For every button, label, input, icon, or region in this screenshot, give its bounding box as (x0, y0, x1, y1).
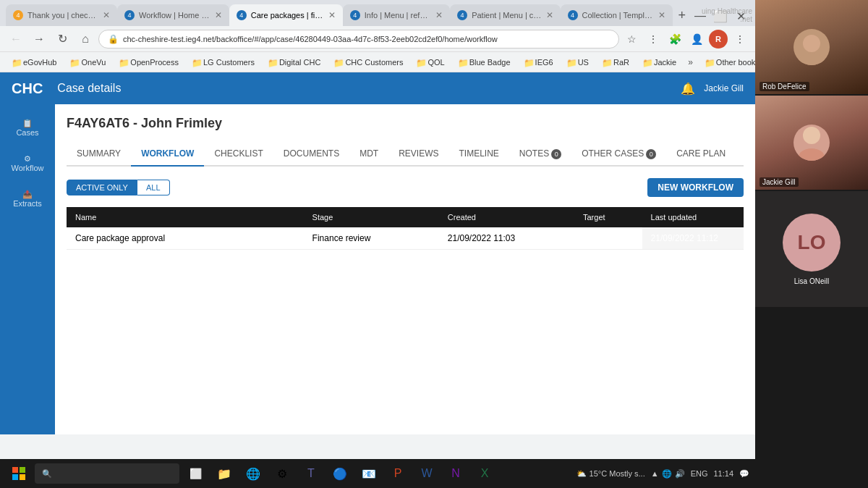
browser-tab-5[interactable]: 4 Patient | Menu | cy... ✕ (450, 4, 560, 26)
tab-other-cases[interactable]: OTHER CASES0 (571, 143, 666, 167)
bookmark-jackie[interactable]: 📁 Jackie (637, 56, 682, 68)
tab-title-5: Patient | Menu | cy... (472, 11, 541, 20)
browser-tab-3[interactable]: 4 Care packages | fin... ✕ (229, 4, 343, 26)
filter-all-button[interactable]: ALL (137, 180, 170, 195)
bookmark-other[interactable]: 📁 Other bookmarks (699, 56, 755, 68)
case-title: F4AY6AT6 - John Frimley (67, 116, 744, 131)
tab-title-3: Care packages | fin... (251, 11, 324, 20)
bookmark-openprocess[interactable]: 📁 OpenProcess (113, 56, 184, 68)
tab-documents[interactable]: DOCUMENTS (273, 143, 349, 167)
bookmark-egovhub[interactable]: 📁 eGovHub (6, 56, 62, 68)
tab-mdt[interactable]: MDT (349, 143, 388, 167)
language-indicator: ENG (691, 469, 708, 478)
taskbar-edge[interactable]: 🌐 (240, 460, 266, 487)
taskbar-chrome[interactable]: 🔵 (327, 460, 353, 487)
back-button[interactable]: ← (6, 29, 26, 49)
tab-bar: 4 Thank you | checkl... ✕ 4 Workflow | H… (0, 0, 755, 26)
volume-icon[interactable]: 🔊 (675, 469, 685, 479)
tab-notes[interactable]: NOTES0 (509, 143, 571, 167)
taskbar-search-box[interactable]: 🔍 (35, 463, 179, 484)
tab-close-5[interactable]: ✕ (546, 10, 553, 20)
tab-reviews[interactable]: REVIEWS (388, 143, 448, 167)
weather-text: 15°C Mostly s... (590, 469, 645, 478)
app-sidebar: 📋 Cases ⚙ Workflow 📤 Extracts (0, 104, 55, 434)
tab-close-1[interactable]: ✕ (103, 10, 110, 20)
app-header-title: Case details (57, 82, 121, 95)
network-icon[interactable]: 🌐 (662, 469, 672, 479)
outlook-icon: 📧 (362, 467, 376, 481)
sidebar-item-cases[interactable]: 📋 Cases (0, 110, 55, 146)
taskbar-settings[interactable]: ⚙ (269, 460, 295, 487)
bookmarks-more-button[interactable]: » (684, 56, 697, 69)
bookmark-rar[interactable]: 📁 RaR (596, 56, 635, 68)
up-arrow-icon[interactable]: ▲ (651, 469, 659, 478)
notification-bell-icon[interactable]: 🔔 (681, 82, 695, 96)
extracts-icon: 📤 (6, 190, 49, 199)
bookmark-qol[interactable]: 📁 QOL (410, 56, 450, 68)
settings-taskbar-icon: ⚙ (277, 467, 287, 481)
tab-close-4[interactable]: ✕ (435, 10, 443, 20)
tab-close-6[interactable]: ✕ (658, 10, 665, 20)
bookmark-chc-customers[interactable]: 📁 CHC Customers (328, 56, 409, 68)
tab-close-2[interactable]: ✕ (215, 10, 222, 20)
taskbar-powerpoint[interactable]: P (385, 460, 411, 487)
taskbar-teams[interactable]: T (298, 460, 324, 487)
sidebar-item-workflow[interactable]: ⚙ Workflow (0, 146, 55, 181)
weather-widget[interactable]: ⛅ 15°C Mostly s... (576, 469, 645, 479)
taskbar-word[interactable]: W (414, 460, 440, 487)
tab-workflow[interactable]: WORKFLOW (131, 143, 204, 167)
tab-favicon-5: 4 (457, 10, 467, 20)
bookmark-blue-badge[interactable]: 📁 Blue Badge (452, 56, 516, 68)
system-tray: ▲ 🌐 🔊 (651, 469, 685, 479)
notification-icon[interactable]: 💬 (739, 469, 749, 479)
cases-icon: 📋 (6, 119, 49, 128)
bookmark-onevu[interactable]: 📁 OneVu (64, 56, 111, 68)
tab-summary[interactable]: SUMMARY (67, 143, 131, 167)
filter-bar: ACTIVE ONLY ALL NEW WORKFLOW (67, 178, 744, 197)
teams-icon: T (307, 467, 315, 480)
browser-tab-6[interactable]: 4 Collection | Templa... ✕ (561, 4, 673, 26)
browser-tab-2[interactable]: 4 Workflow | Home | ... ✕ (117, 4, 229, 26)
taskbar-file-explorer[interactable]: 📁 (211, 460, 237, 487)
word-icon: W (421, 467, 432, 480)
bookmark-digital-chc[interactable]: 📁 Digital CHC (262, 56, 326, 68)
tab-timeline[interactable]: TIMELINE (448, 143, 509, 167)
profile-icon[interactable]: 👤 (687, 30, 706, 49)
extensions-icon[interactable]: 🧩 (665, 30, 684, 49)
bookmark-us[interactable]: 📁 US (561, 56, 595, 68)
forward-button[interactable]: → (29, 29, 49, 49)
weather-icon: ⛅ (576, 469, 587, 479)
home-button[interactable]: ⌂ (75, 29, 95, 49)
user-name: Jackie Gill (704, 83, 744, 93)
table-row[interactable]: Care package approval Finance review 21/… (67, 227, 744, 250)
tab-checklist[interactable]: CHECKLIST (204, 143, 273, 167)
start-button[interactable] (6, 460, 32, 487)
settings-icon[interactable]: ⋮ (731, 30, 749, 49)
filter-active-only-button[interactable]: ACTIVE ONLY (67, 180, 137, 195)
address-bar[interactable]: 🔒 chc-cheshire-test.ieg4.net/backoffice/… (98, 30, 619, 49)
taskbar-excel[interactable]: X (472, 460, 498, 487)
browser-tab-4[interactable]: 4 Info | Menu | refer... ✕ (343, 4, 450, 26)
powerpoint-icon: P (394, 467, 402, 480)
bookmark-lg-customers[interactable]: 📁 LG Customers (186, 56, 260, 68)
new-workflow-button[interactable]: NEW WORKFLOW (647, 178, 744, 197)
col-header-stage: Stage (304, 207, 439, 227)
bookmark-label: IEG6 (535, 58, 553, 67)
reload-button[interactable]: ↻ (52, 29, 72, 49)
user-avatar-button[interactable]: R (709, 30, 728, 49)
bookmark-star-icon[interactable]: ☆ (622, 30, 641, 49)
taskbar-outlook[interactable]: 📧 (356, 460, 382, 487)
svg-rect-0 (12, 467, 18, 473)
tab-close-3[interactable]: ✕ (328, 10, 336, 20)
taskbar-task-view[interactable]: ⬜ (182, 460, 208, 487)
app-container: CHC Case details 🔔 Jackie Gill 📋 Cases ⚙… (0, 72, 755, 434)
bookmark-label: Digital CHC (279, 58, 320, 67)
taskbar-onenote[interactable]: N (443, 460, 469, 487)
sidebar-item-extracts[interactable]: 📤 Extracts (0, 181, 55, 216)
browser-menu-icon[interactable]: ⋮ (644, 30, 663, 49)
bookmark-ieg6[interactable]: 📁 IEG6 (518, 56, 559, 68)
new-tab-button[interactable]: + (673, 4, 692, 26)
col-header-name: Name (67, 207, 304, 227)
browser-tab-1[interactable]: 4 Thank you | checkl... ✕ (6, 4, 117, 26)
tab-care-plan[interactable]: CARE PLAN (666, 143, 736, 167)
